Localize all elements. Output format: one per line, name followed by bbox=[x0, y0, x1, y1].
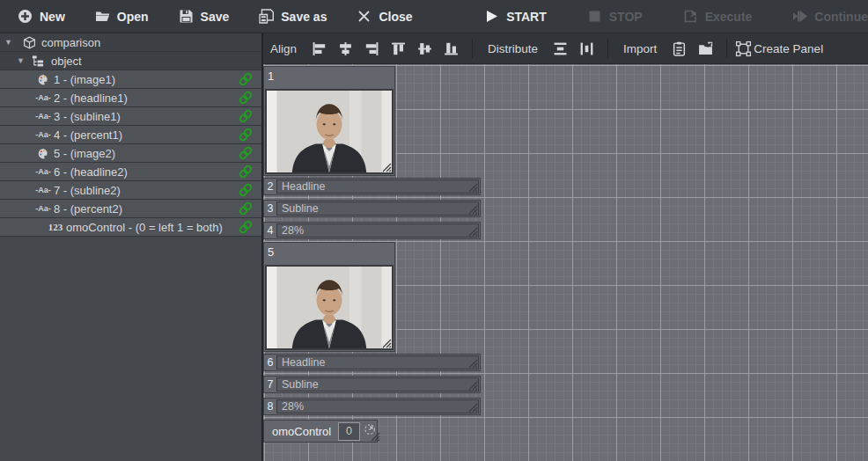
align-bottom-icon bbox=[444, 41, 459, 56]
tree-item-label: 3 - (subline1) bbox=[54, 110, 121, 123]
tree-item-7[interactable]: -Aa-7 - (subline2) bbox=[0, 181, 261, 200]
resize-handle[interactable] bbox=[467, 358, 478, 369]
text-input-value: 28% bbox=[282, 224, 304, 237]
close-button[interactable]: Close bbox=[357, 9, 412, 24]
align-center-h-button[interactable] bbox=[332, 37, 358, 60]
toolbar-separator bbox=[472, 39, 473, 58]
tree-item-label: 2 - (headline1) bbox=[54, 91, 128, 105]
align-center-v-button[interactable] bbox=[411, 37, 438, 60]
text-input[interactable]: 28% bbox=[276, 223, 479, 238]
text-input-value: Subline bbox=[282, 202, 319, 215]
image-type-icon bbox=[35, 72, 51, 86]
align-left-button[interactable] bbox=[305, 37, 332, 60]
link-icon[interactable] bbox=[238, 164, 254, 179]
tree-item-label: 1 - (image1) bbox=[54, 73, 115, 86]
resize-handle[interactable] bbox=[381, 162, 392, 172]
link-icon[interactable] bbox=[238, 127, 254, 143]
create-panel-button[interactable]: Create Panel bbox=[735, 40, 823, 57]
omocontrol-label: omoControl bbox=[264, 425, 331, 438]
save-icon bbox=[179, 9, 194, 24]
image-type-icon bbox=[35, 146, 51, 160]
omocontrol-panel: omoControl0 bbox=[263, 420, 378, 443]
text-type-icon: -Aa- bbox=[35, 165, 51, 179]
link-icon[interactable] bbox=[238, 219, 254, 235]
text-input-value: Headline bbox=[282, 180, 325, 193]
tree-item-1[interactable]: 1 - (image1) bbox=[0, 70, 261, 89]
link-icon[interactable] bbox=[238, 201, 254, 216]
text-field-panel-8: 828% bbox=[263, 398, 481, 415]
editor-canvas[interactable]: 12Headline3Subline428%56Headline7Subline… bbox=[263, 64, 868, 461]
resize-handle[interactable] bbox=[467, 380, 478, 391]
portrait-image[interactable] bbox=[265, 265, 394, 350]
resize-handle[interactable] bbox=[467, 182, 478, 193]
expander-arrow-icon[interactable]: ▼ bbox=[17, 56, 25, 65]
text-input[interactable]: Subline bbox=[276, 201, 479, 216]
link-icon[interactable] bbox=[238, 90, 254, 106]
distribute-horizontal-button[interactable] bbox=[573, 37, 600, 60]
resize-handle[interactable] bbox=[467, 402, 478, 413]
button-label: Continue bbox=[814, 10, 868, 24]
link-icon[interactable] bbox=[238, 182, 254, 198]
paste-button[interactable] bbox=[666, 37, 692, 60]
text-input[interactable]: 28% bbox=[276, 399, 479, 413]
save-button[interactable]: Save bbox=[179, 9, 230, 24]
button-label: Execute bbox=[705, 10, 753, 24]
tree-group-object[interactable]: ▼object bbox=[0, 52, 261, 70]
image-panel-1[interactable]: 1 bbox=[263, 66, 395, 176]
distribute-button-group bbox=[547, 37, 600, 60]
new-icon bbox=[18, 9, 33, 24]
import-file-button[interactable] bbox=[692, 37, 718, 60]
text-input[interactable]: Headline bbox=[276, 179, 479, 194]
tree-item-6[interactable]: -Aa-6 - (headline2) bbox=[0, 163, 261, 181]
close-icon bbox=[357, 9, 371, 24]
panel-index-label: 4 bbox=[264, 224, 276, 237]
align-top-icon bbox=[391, 41, 406, 56]
start-button[interactable]: START bbox=[484, 9, 547, 24]
paste-icon bbox=[672, 41, 687, 56]
button-label: STOP bbox=[609, 10, 643, 24]
resize-handle[interactable] bbox=[467, 226, 478, 237]
tree-item-omocontrol[interactable]: 123omoControl - (0 = left 1 = both) bbox=[0, 218, 261, 237]
portrait-image[interactable] bbox=[265, 89, 394, 174]
tree-item-label: 4 - (percent1) bbox=[54, 128, 122, 142]
resize-handle[interactable] bbox=[381, 338, 392, 348]
resize-handle[interactable] bbox=[467, 204, 478, 215]
tree-item-3[interactable]: -Aa-3 - (subline1) bbox=[0, 107, 261, 126]
align-right-button[interactable] bbox=[358, 37, 385, 60]
tree-item-5[interactable]: 5 - (image2) bbox=[0, 144, 261, 163]
resize-handle[interactable] bbox=[370, 431, 380, 442]
import-label: Import bbox=[616, 42, 666, 55]
omocontrol-value-input[interactable]: 0 bbox=[338, 422, 360, 441]
text-input[interactable]: Headline bbox=[276, 355, 479, 370]
tree-item-4[interactable]: -Aa-4 - (percent1) bbox=[0, 126, 261, 144]
tree-item-label: 5 - (image2) bbox=[54, 147, 115, 160]
link-icon[interactable] bbox=[238, 71, 254, 87]
align-bottom-button[interactable] bbox=[438, 37, 464, 60]
open-button[interactable]: Open bbox=[95, 9, 149, 24]
run-button-group: STARTSTOPExecuteContinue bbox=[475, 9, 868, 24]
button-label: Save bbox=[201, 10, 230, 24]
text-input-value: Subline bbox=[282, 378, 319, 391]
distribute-label: Distribute bbox=[481, 42, 547, 55]
button-label: Open bbox=[117, 10, 149, 24]
save-as-button[interactable]: Save as bbox=[259, 9, 327, 24]
distribute-vertical-button[interactable] bbox=[547, 37, 573, 60]
link-icon[interactable] bbox=[238, 108, 254, 124]
toolbar-separator bbox=[726, 39, 727, 58]
tree-root-comparison[interactable]: ▼comparison bbox=[0, 33, 261, 52]
tree-item-label: omoControl - (0 = left 1 = both) bbox=[66, 221, 223, 234]
create-panel-icon bbox=[735, 40, 752, 57]
tree-item-label: comparison bbox=[41, 36, 100, 49]
tree-item-2[interactable]: -Aa-2 - (headline1) bbox=[0, 89, 261, 107]
text-input-value: 28% bbox=[282, 400, 304, 413]
image-panel-5[interactable]: 5 bbox=[263, 242, 395, 352]
dial-spinner[interactable] bbox=[363, 422, 377, 440]
align-top-button[interactable] bbox=[385, 37, 411, 60]
text-input[interactable]: Subline bbox=[276, 377, 479, 391]
tree-item-8[interactable]: -Aa-8 - (percent2) bbox=[0, 200, 261, 218]
link-icon[interactable] bbox=[238, 145, 254, 161]
new-button[interactable]: New bbox=[18, 9, 65, 24]
expander-arrow-icon[interactable]: ▼ bbox=[4, 38, 12, 47]
button-label: New bbox=[40, 10, 65, 24]
align-right-icon bbox=[364, 41, 379, 56]
